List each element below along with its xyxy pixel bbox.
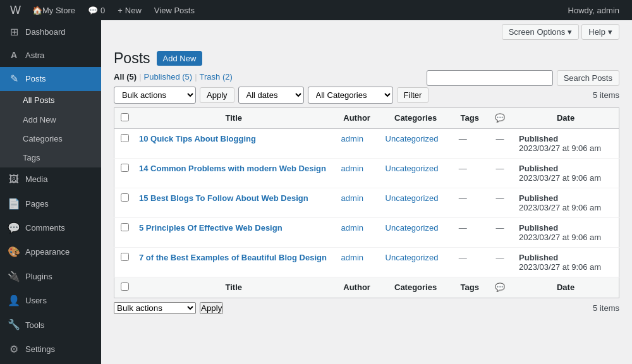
- row-comments-4: —: [487, 248, 513, 277]
- main-content: Screen Options ▾ Help ▾ Posts Add New Al…: [101, 20, 632, 364]
- search-posts-button[interactable]: Search Posts: [557, 70, 619, 86]
- head-date-col[interactable]: Date: [513, 108, 619, 129]
- category-link-0[interactable]: Uncategorized: [386, 134, 439, 143]
- row-select-2[interactable]: [121, 193, 129, 202]
- adminbar-store-icon: 🏠: [32, 6, 42, 15]
- settings-icon: ⚙: [8, 343, 20, 356]
- foot-date-col[interactable]: Date: [513, 277, 619, 298]
- posts-icon: ✎: [8, 72, 20, 86]
- bulk-actions-bottom-select[interactable]: Bulk actions: [114, 302, 196, 314]
- admin-bar: W 🏠 My Store 💬 0 + New View Posts Howdy,…: [0, 0, 632, 20]
- page-title: Posts: [114, 50, 150, 67]
- apply-top-button[interactable]: Apply: [200, 87, 234, 103]
- tablenav-bottom: Bulk actions Apply 5 items: [114, 302, 619, 314]
- submenu-all-posts[interactable]: All Posts: [0, 91, 101, 110]
- post-title-link-1[interactable]: 14 Common Problems with modern Web Desig…: [139, 164, 326, 173]
- screen-options-button[interactable]: Screen Options ▾: [502, 24, 580, 40]
- submenu-categories[interactable]: Categories: [0, 130, 101, 149]
- row-title-3: 5 Principles Of Effective Web Design: [133, 218, 335, 248]
- sidebar-item-users[interactable]: 👤 Users: [0, 289, 101, 313]
- head-title-col[interactable]: Title: [133, 108, 335, 129]
- categories-filter-select[interactable]: All Categories: [308, 87, 393, 104]
- sidebar-item-settings[interactable]: ⚙ Settings: [0, 337, 101, 361]
- adminbar-store[interactable]: 🏠 My Store: [26, 0, 82, 20]
- row-comments-3: —: [487, 218, 513, 248]
- adminbar-howdy: Howdy, admin: [561, 6, 627, 15]
- row-select-4[interactable]: [121, 253, 129, 261]
- category-link-2[interactable]: Uncategorized: [386, 193, 439, 203]
- apply-bottom-button[interactable]: Apply: [200, 302, 223, 314]
- row-select-3[interactable]: [121, 223, 129, 231]
- search-input[interactable]: [427, 70, 553, 86]
- head-comments-col[interactable]: 💬: [487, 108, 513, 129]
- row-date-1: Published2023/03/27 at 9:06 am: [513, 159, 619, 188]
- sidebar-item-appearance[interactable]: 🎨 Appearance: [0, 240, 101, 264]
- filter-all[interactable]: All (5): [114, 72, 137, 82]
- add-new-button[interactable]: Add New: [157, 51, 203, 66]
- author-link-2[interactable]: admin: [341, 193, 363, 203]
- post-status-2: Published: [519, 193, 558, 203]
- author-link-0[interactable]: admin: [341, 134, 363, 143]
- filter-button[interactable]: Filter: [397, 87, 429, 103]
- row-select-1[interactable]: [121, 164, 129, 172]
- foot-tags-col[interactable]: Tags: [453, 277, 487, 298]
- head-tags-col[interactable]: Tags: [453, 108, 487, 129]
- bulk-actions-top-select[interactable]: Bulk actions: [114, 87, 196, 104]
- foot-comments-col[interactable]: 💬: [487, 277, 513, 298]
- post-status-1: Published: [519, 164, 558, 173]
- table-row: 7 of the Best Examples of Beautiful Blog…: [114, 248, 619, 277]
- row-title-0: 10 Quick Tips About Blogging: [133, 129, 335, 159]
- posts-table: Title Author Categories Tags 💬: [114, 107, 619, 298]
- author-link-1[interactable]: admin: [341, 164, 363, 173]
- category-link-1[interactable]: Uncategorized: [386, 164, 439, 173]
- foot-title-col[interactable]: Title: [133, 277, 335, 298]
- plugins-icon: 🔌: [8, 270, 20, 284]
- dates-filter-select[interactable]: All dates: [238, 87, 304, 104]
- submenu-tags[interactable]: Tags: [0, 149, 101, 167]
- row-select-0[interactable]: [121, 134, 129, 142]
- help-button[interactable]: Help ▾: [581, 24, 619, 40]
- head-checkbox-col: [114, 108, 133, 129]
- sidebar-item-comments[interactable]: 💬 Comments: [0, 216, 101, 240]
- adminbar-new[interactable]: + New: [111, 0, 148, 20]
- table-row: 10 Quick Tips About Blogging admin Uncat…: [114, 129, 619, 159]
- row-tags-2: —: [453, 188, 487, 218]
- author-link-4[interactable]: admin: [341, 253, 363, 262]
- filter-published[interactable]: Published (5): [144, 72, 193, 82]
- category-link-4[interactable]: Uncategorized: [386, 253, 439, 262]
- sidebar-item-tools[interactable]: 🔧 Tools: [0, 313, 101, 337]
- head-author-col[interactable]: Author: [335, 108, 379, 129]
- sidebar-item-all-import[interactable]: ↓ All Import: [0, 361, 101, 364]
- row-author-2: admin: [335, 188, 379, 218]
- submenu-add-new[interactable]: Add New: [0, 111, 101, 130]
- sidebar-item-astra[interactable]: A Astra: [0, 44, 101, 67]
- sidebar-item-dashboard[interactable]: ⊞ Dashboard: [0, 20, 101, 44]
- head-categories-col[interactable]: Categories: [379, 108, 453, 129]
- row-title-2: 15 Best Blogs To Follow About Web Design: [133, 188, 335, 218]
- row-author-0: admin: [335, 129, 379, 159]
- sidebar-item-plugins[interactable]: 🔌 Plugins: [0, 265, 101, 289]
- table-row: 5 Principles Of Effective Web Design adm…: [114, 218, 619, 248]
- foot-categories-col[interactable]: Categories: [379, 277, 453, 298]
- foot-author-col[interactable]: Author: [335, 277, 379, 298]
- adminbar-comments[interactable]: 💬 0: [82, 0, 111, 20]
- row-date-2: Published2023/03/27 at 9:06 am: [513, 188, 619, 218]
- sidebar-item-posts[interactable]: ✎ Posts: [0, 67, 101, 91]
- row-category-1: Uncategorized: [379, 159, 453, 188]
- sidebar-item-media[interactable]: 🖼 Media: [0, 167, 101, 191]
- bulk-actions-top-wrapper: Bulk actions: [114, 87, 196, 104]
- post-title-link-3[interactable]: 5 Principles Of Effective Web Design: [139, 223, 283, 233]
- post-title-link-4[interactable]: 7 of the Best Examples of Beautiful Blog…: [139, 253, 327, 262]
- items-count-bottom: 5 items: [593, 303, 619, 313]
- wp-logo[interactable]: W: [5, 4, 26, 17]
- post-title-link-2[interactable]: 15 Best Blogs To Follow About Web Design: [139, 193, 308, 203]
- select-all-bottom[interactable]: [121, 282, 129, 291]
- users-icon: 👤: [8, 294, 20, 308]
- filter-trash[interactable]: Trash (2): [200, 72, 233, 82]
- sidebar-item-pages[interactable]: 📄 Pages: [0, 192, 101, 216]
- post-title-link-0[interactable]: 10 Quick Tips About Blogging: [139, 134, 256, 143]
- select-all-top[interactable]: [121, 113, 129, 121]
- adminbar-view-posts[interactable]: View Posts: [148, 0, 201, 20]
- author-link-3[interactable]: admin: [341, 223, 363, 233]
- category-link-3[interactable]: Uncategorized: [386, 223, 439, 233]
